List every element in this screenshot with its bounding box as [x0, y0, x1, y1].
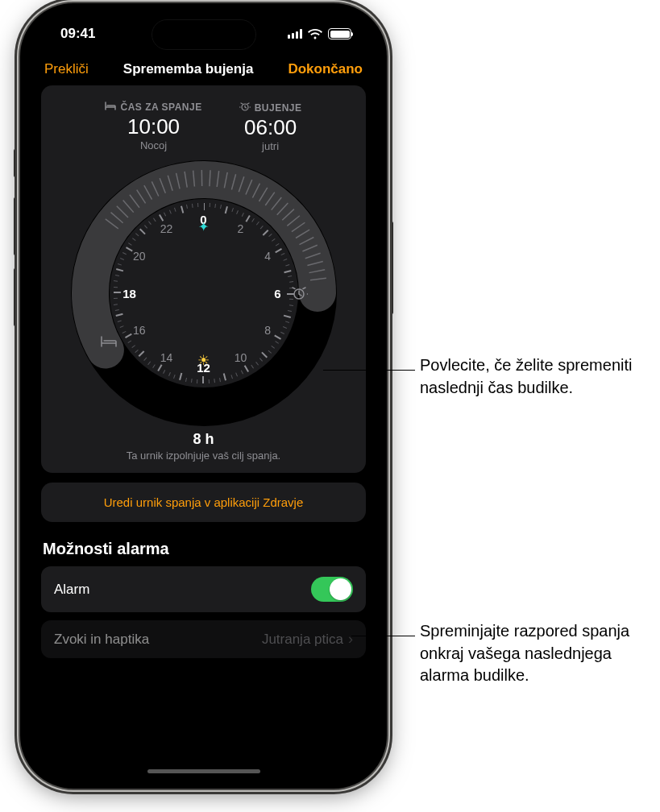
bed-icon — [105, 102, 116, 113]
dynamic-island — [152, 19, 256, 50]
sleep-goal-msg: Ta urnik izpolnjuje vaš cilj spanja. — [49, 450, 358, 462]
dial-hour-2: 2 — [238, 222, 244, 235]
battery-icon — [328, 28, 351, 39]
dial-hour-18: 18 — [122, 287, 136, 300]
dial-hour-4: 4 — [264, 250, 271, 263]
dial-hour-22: 22 — [160, 222, 173, 235]
dial-hour-8: 8 — [264, 324, 271, 337]
chevron-right-icon: › — [348, 631, 353, 648]
dial-hour-10: 10 — [235, 351, 247, 364]
iphone-frame: 09:41 Prekliči Sprememba bujenja Dokonča… — [20, 3, 387, 789]
home-indicator[interactable] — [147, 769, 260, 773]
sounds-haptics-row[interactable]: Zvoki in haptika Jutranja ptica › — [41, 620, 366, 658]
stars-icon: ✦ — [198, 219, 209, 234]
bedtime-time: 10:00 — [105, 114, 201, 139]
callout-wake-handle: Povlecite, če želite spremeniti naslednj… — [420, 354, 654, 399]
dial-hour-6: 6 — [274, 287, 280, 300]
alarm-options-header: Možnosti alarma — [43, 540, 364, 558]
wake-block: BUJENJE 06:00 jutri — [239, 102, 302, 152]
dial-hour-16: 16 — [133, 324, 146, 337]
svg-line-15 — [209, 170, 210, 186]
sleep-schedule-card: ČAS ZA SPANJE 10:00 Nocoj BUJENJE 06:00 — [41, 85, 366, 473]
wake-sub: jutri — [239, 140, 302, 152]
callout-edit-schedule: Spreminjajte razpored spanja onkraj vaše… — [420, 620, 654, 687]
status-time: 09:41 — [60, 26, 95, 42]
wake-handle[interactable] — [283, 277, 315, 309]
dial-hour-14: 14 — [160, 351, 173, 364]
sleep-dial[interactable]: 0246810121416182022 ✦ ☀︎ — [71, 160, 337, 426]
sun-icon: ☀︎ — [197, 352, 210, 369]
alarm-icon — [239, 102, 251, 114]
done-button[interactable]: Dokončano — [288, 61, 363, 77]
wake-time: 06:00 — [239, 115, 302, 140]
callout-line — [323, 370, 415, 371]
nav-bar: Prekliči Sprememba bujenja Dokončano — [30, 55, 377, 85]
bedtime-label: ČAS ZA SPANJE — [120, 102, 201, 113]
sleep-duration: 8 h — [49, 431, 358, 448]
bedtime-sub: Nocoj — [105, 139, 201, 151]
alarm-toggle-row: Alarm — [41, 566, 366, 612]
wake-label: BUJENJE — [255, 102, 302, 114]
alarm-label: Alarm — [54, 582, 89, 598]
bedtime-handle[interactable] — [93, 325, 125, 358]
callout-line — [351, 636, 415, 636]
sounds-value: Jutranja ptica — [262, 632, 343, 648]
wifi-icon — [308, 29, 322, 39]
bedtime-block: ČAS ZA SPANJE 10:00 Nocoj — [105, 102, 201, 152]
cancel-button[interactable]: Prekliči — [44, 61, 89, 77]
page-title: Sprememba bujenja — [123, 61, 254, 77]
sounds-label: Zvoki in haptika — [54, 632, 149, 648]
alarm-switch[interactable] — [311, 577, 353, 602]
screen: 09:41 Prekliči Sprememba bujenja Dokonča… — [30, 13, 377, 779]
edit-schedule-health-button[interactable]: Uredi urnik spanja v aplikaciji Zdravje — [41, 483, 366, 522]
cellular-icon — [288, 29, 302, 39]
dial-hour-20: 20 — [133, 250, 146, 263]
